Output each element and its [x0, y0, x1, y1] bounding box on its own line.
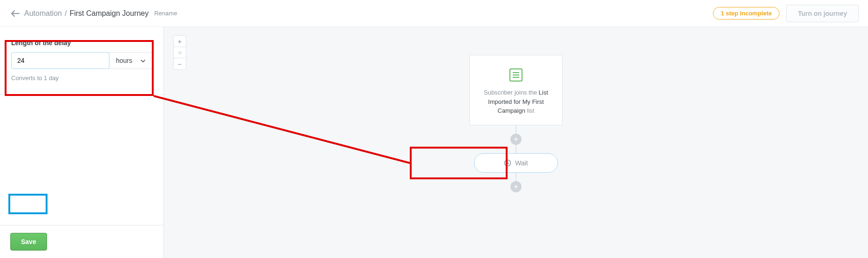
delay-help-text: Converts to 1 day — [11, 75, 152, 81]
delay-input-row: hours — [11, 52, 152, 69]
turn-on-journey-button[interactable]: Turn on journey — [786, 5, 859, 22]
header: Automation / First Campaign Journey Rena… — [0, 0, 868, 27]
journey-flow: Subscriber joins the List Imported for M… — [446, 55, 586, 192]
zoom-controls: + ◇ − — [173, 35, 186, 70]
connector-line — [515, 173, 516, 181]
add-step-button[interactable]: + — [510, 134, 522, 145]
breadcrumb-current: First Campaign Journey — [69, 9, 149, 18]
clock-icon — [504, 159, 511, 167]
back-arrow-icon[interactable] — [11, 10, 20, 17]
rename-link[interactable]: Rename — [154, 10, 177, 17]
plus-icon: + — [178, 37, 182, 45]
delay-length-label: Length of the delay — [11, 39, 152, 47]
delay-form: Length of the delay hours Converts to 1 … — [0, 27, 163, 95]
breadcrumb-root[interactable]: Automation — [24, 9, 62, 18]
chevron-down-icon — [141, 58, 145, 63]
delay-unit-label: hours — [116, 57, 132, 64]
wait-node-label: Wait — [515, 159, 528, 167]
wait-node[interactable]: Wait — [474, 153, 558, 173]
add-step-button[interactable]: + — [510, 181, 522, 192]
zoom-out-button[interactable]: − — [174, 58, 186, 69]
sidebar-footer: Save — [0, 225, 163, 258]
list-icon — [509, 68, 522, 81]
connector-line — [515, 125, 516, 134]
minus-icon: − — [178, 60, 182, 68]
plus-icon: + — [514, 182, 518, 191]
save-button[interactable]: Save — [10, 233, 47, 251]
journey-canvas[interactable]: + ◇ − Subscriber joins the List Imported… — [164, 27, 868, 258]
plus-icon: + — [514, 135, 518, 144]
sidebar: Length of the delay hours Converts to 1 … — [0, 27, 164, 258]
zoom-in-button[interactable]: + — [174, 36, 186, 47]
status-pill-incomplete[interactable]: 1 step incomplete — [713, 7, 780, 20]
delay-unit-select[interactable]: hours — [109, 53, 152, 68]
delay-value-input[interactable] — [11, 52, 109, 69]
body: Length of the delay hours Converts to 1 … — [0, 27, 868, 258]
connector-line — [515, 145, 516, 153]
trigger-node[interactable]: Subscriber joins the List Imported for M… — [469, 55, 563, 125]
diamond-icon: ◇ — [178, 50, 182, 55]
breadcrumb-separator: / — [65, 9, 67, 18]
trigger-node-text: Subscriber joins the List Imported for M… — [476, 88, 556, 115]
zoom-fit-button[interactable]: ◇ — [174, 47, 186, 58]
